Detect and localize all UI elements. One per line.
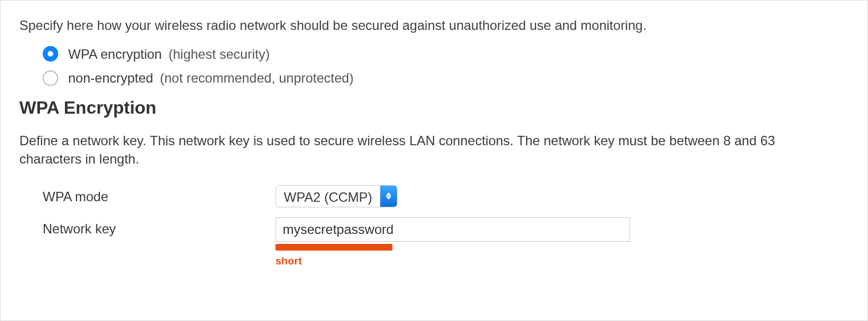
radio-icon [43, 70, 58, 86]
section-description: Define a network key. This network key i… [19, 131, 829, 169]
radio-non-encrypted[interactable]: non-encrypted (not recommended, unprotec… [43, 69, 849, 88]
network-key-label: Network key [43, 217, 275, 238]
section-title: WPA Encryption [19, 95, 849, 120]
radio-label: non-encrypted [68, 69, 153, 88]
radio-hint: (highest security) [169, 45, 270, 64]
wpa-mode-select[interactable]: WPA2 (CCMP) [275, 185, 397, 207]
encryption-radio-group: WPA encryption (highest security) non-en… [19, 45, 849, 88]
radio-icon [43, 46, 58, 62]
wpa-mode-row: WPA mode WPA2 (CCMP) [19, 185, 849, 207]
security-panel: Specify here how your wireless radio net… [0, 0, 868, 321]
intro-text: Specify here how your wireless radio net… [19, 16, 849, 35]
select-stepper-icon [380, 186, 397, 207]
radio-wpa-encryption[interactable]: WPA encryption (highest security) [43, 45, 849, 64]
wpa-mode-label: WPA mode [43, 185, 275, 206]
password-strength-fill [275, 244, 392, 251]
network-key-input[interactable] [275, 217, 630, 242]
password-strength-meter [275, 244, 630, 251]
chevron-up-icon [386, 192, 391, 196]
radio-label: WPA encryption [68, 45, 162, 64]
radio-hint: (not recommended, unprotected) [160, 69, 354, 88]
wpa-mode-value: WPA2 (CCMP) [276, 186, 380, 207]
network-key-row: Network key short [19, 217, 849, 269]
chevron-down-icon [386, 196, 391, 200]
password-strength-label: short [275, 254, 630, 269]
